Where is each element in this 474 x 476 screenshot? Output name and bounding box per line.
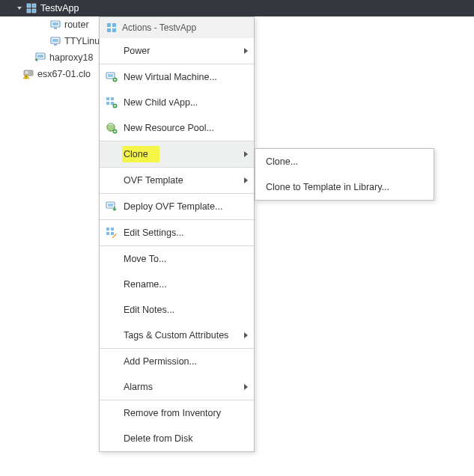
svg-rect-38 [108, 204, 113, 207]
new-vapp-icon [106, 97, 118, 109]
tree-item-vapp[interactable]: TestvApp [0, 0, 474, 16]
menu-item-ovf-template[interactable]: OVF Template [100, 168, 254, 193]
svg-rect-3 [32, 9, 36, 13]
vm-icon [49, 35, 61, 47]
svg-rect-40 [111, 228, 114, 231]
svg-rect-9 [54, 44, 57, 46]
chevron-right-icon [244, 332, 248, 338]
deploy-ovf-icon [106, 201, 118, 213]
host-warning-icon [22, 68, 34, 80]
menu-item-clone[interactable]: Clone [100, 141, 254, 167]
svg-rect-22 [108, 74, 113, 77]
menu-item-new-child-vapp[interactable]: New Child vApp... [100, 90, 254, 115]
svg-rect-18 [112, 23, 116, 27]
submenu-item-clone[interactable]: Clone... [255, 149, 434, 174]
menu-item-power[interactable]: Power [100, 38, 254, 64]
svg-rect-27 [111, 97, 114, 100]
menu-label: New Child vApp... [124, 97, 248, 108]
submenu-item-clone-template-library[interactable]: Clone to Template in Library... [255, 174, 434, 200]
svg-rect-20 [112, 28, 116, 32]
svg-rect-13 [25, 72, 28, 73]
chevron-right-icon [244, 384, 248, 390]
menu-label: OVF Template [124, 175, 240, 186]
menu-label: Delete from Disk [124, 433, 248, 444]
tree-label: TestvApp [40, 3, 79, 13]
menu-label: Clone... [266, 156, 428, 167]
menu-label: New Resource Pool... [124, 123, 248, 133]
chevron-down-icon[interactable] [15, 5, 24, 11]
chevron-right-icon [244, 177, 248, 183]
menu-item-edit-notes[interactable]: Edit Notes... [100, 297, 254, 323]
svg-rect-36 [114, 131, 116, 132]
svg-rect-6 [54, 28, 57, 29]
svg-rect-0 [27, 4, 31, 7]
clone-submenu: Clone... Clone to Template in Library... [255, 148, 434, 201]
tree-label: haproxy18 [49, 52, 93, 63]
svg-rect-8 [52, 39, 58, 42]
menu-header: Actions - TestvApp [100, 17, 254, 38]
menu-item-add-permission[interactable]: Add Permission... [100, 349, 254, 374]
vapp-icon [106, 22, 118, 34]
menu-header-label: Actions - TestvApp [122, 22, 196, 33]
vapp-icon [25, 2, 37, 14]
svg-rect-5 [52, 22, 58, 25]
context-menu: Actions - TestvApp Power New Virtual Mac… [99, 16, 255, 452]
menu-label: Rename... [124, 279, 248, 290]
svg-rect-26 [106, 97, 109, 100]
menu-item-deploy-ovf[interactable]: Deploy OVF Template... [100, 194, 254, 219]
tree-label: router [64, 19, 89, 30]
svg-rect-2 [27, 9, 31, 13]
chevron-right-icon [244, 151, 248, 157]
menu-item-tags[interactable]: Tags & Custom Attributes [100, 323, 254, 348]
tree-label: esx67-01.clo [37, 69, 91, 79]
vm-running-icon [34, 52, 46, 64]
menu-item-alarms[interactable]: Alarms [100, 374, 254, 400]
svg-rect-11 [37, 55, 43, 58]
menu-label: Edit Settings... [124, 228, 248, 238]
svg-rect-41 [106, 232, 109, 235]
menu-label: Clone [124, 149, 240, 159]
svg-rect-15 [26, 76, 27, 77]
menu-item-new-resource-pool[interactable]: New Resource Pool... [100, 115, 254, 141]
resource-pool-icon [106, 122, 118, 134]
menu-label: New Virtual Machine... [124, 72, 248, 82]
svg-rect-1 [32, 4, 36, 7]
svg-rect-32 [114, 106, 116, 106]
svg-rect-25 [114, 79, 116, 80]
menu-label: Clone to Template in Library... [266, 182, 428, 192]
menu-item-remove-inventory[interactable]: Remove from Inventory [100, 400, 254, 426]
svg-rect-28 [106, 102, 109, 105]
svg-rect-16 [26, 78, 27, 79]
svg-rect-14 [25, 73, 28, 74]
menu-label: Power [124, 46, 240, 56]
menu-label: Edit Notes... [124, 305, 248, 315]
menu-label: Tags & Custom Attributes [124, 330, 240, 341]
svg-rect-42 [111, 232, 114, 235]
menu-item-delete-disk[interactable]: Delete from Disk [100, 426, 254, 451]
edit-settings-icon [106, 227, 118, 239]
menu-label: Add Permission... [124, 356, 248, 367]
tree-label: TTYLinu [64, 36, 100, 46]
menu-item-new-vm[interactable]: New Virtual Machine... [100, 64, 254, 90]
svg-rect-19 [107, 28, 111, 32]
new-vm-icon [106, 71, 118, 83]
chevron-right-icon [244, 48, 248, 54]
menu-label: Alarms [124, 382, 240, 392]
menu-item-move-to[interactable]: Move To... [100, 246, 254, 272]
menu-label: Deploy OVF Template... [124, 201, 248, 212]
menu-label: Remove from Inventory [124, 408, 248, 418]
svg-rect-39 [106, 228, 109, 231]
svg-rect-17 [107, 23, 111, 27]
menu-label: Move To... [124, 254, 248, 264]
vm-icon [49, 19, 61, 31]
menu-item-edit-settings[interactable]: Edit Settings... [100, 220, 254, 245]
menu-item-rename[interactable]: Rename... [100, 272, 254, 297]
